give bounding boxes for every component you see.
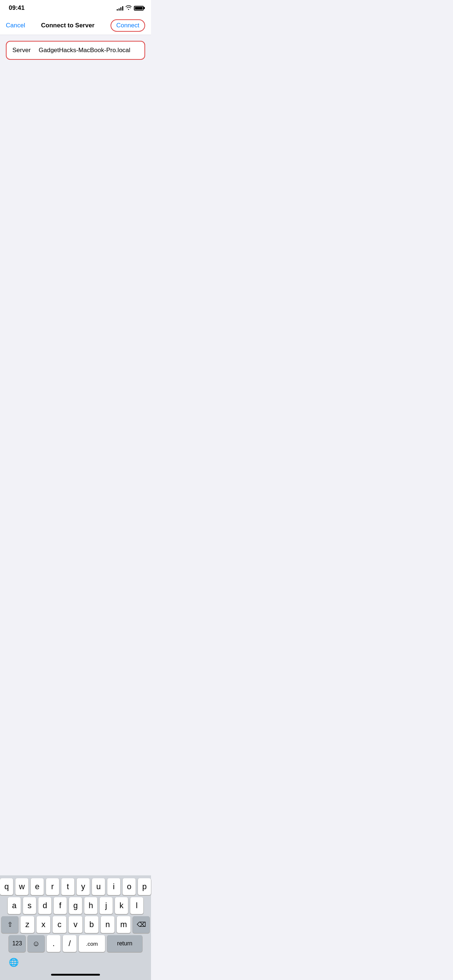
status-icons <box>117 5 144 11</box>
connect-button[interactable]: Connect <box>110 19 145 32</box>
battery-icon <box>134 6 144 11</box>
server-input-row[interactable]: Server <box>6 41 145 60</box>
status-bar: 09:41 <box>0 0 151 16</box>
server-input[interactable] <box>39 47 139 54</box>
nav-bar: Cancel Connect to Server Connect <box>0 16 151 35</box>
content-area: Server <box>0 35 151 60</box>
empty-space <box>0 65 151 168</box>
cancel-button[interactable]: Cancel <box>6 21 25 30</box>
status-time: 09:41 <box>9 5 24 12</box>
wifi-icon <box>126 5 132 11</box>
server-label: Server <box>13 47 33 54</box>
signal-bars-icon <box>117 5 123 11</box>
page-title: Connect to Server <box>41 22 94 29</box>
